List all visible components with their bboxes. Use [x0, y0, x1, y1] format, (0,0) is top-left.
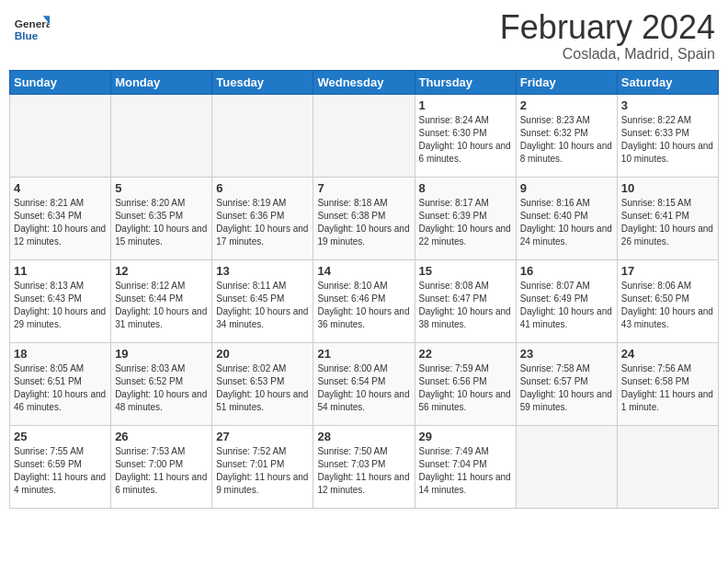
day-info: Sunrise: 8:11 AM Sunset: 6:45 PM Dayligh… [216, 280, 309, 331]
calendar-cell: 21Sunrise: 8:00 AM Sunset: 6:54 PM Dayli… [313, 342, 415, 425]
day-info: Sunrise: 8:24 AM Sunset: 6:30 PM Dayligh… [419, 114, 512, 166]
weekday-header-tuesday: Tuesday [212, 70, 313, 94]
calendar-table: SundayMondayTuesdayWednesdayThursdayFrid… [9, 70, 719, 509]
day-info: Sunrise: 7:55 AM Sunset: 6:59 PM Dayligh… [14, 445, 107, 497]
calendar-cell: 20Sunrise: 8:02 AM Sunset: 6:53 PM Dayli… [212, 342, 313, 425]
calendar-week-row: 25Sunrise: 7:55 AM Sunset: 6:59 PM Dayli… [10, 425, 719, 508]
day-info: Sunrise: 8:15 AM Sunset: 6:41 PM Dayligh… [621, 197, 714, 248]
day-info: Sunrise: 8:21 AM Sunset: 6:34 PM Dayligh… [14, 197, 107, 248]
day-number: 5 [115, 181, 208, 195]
weekday-header-sunday: Sunday [10, 70, 111, 94]
day-info: Sunrise: 8:13 AM Sunset: 6:43 PM Dayligh… [14, 280, 107, 331]
day-info: Sunrise: 8:06 AM Sunset: 6:50 PM Dayligh… [621, 280, 714, 331]
day-number: 6 [216, 181, 309, 195]
day-number: 27 [216, 430, 309, 443]
day-number: 3 [621, 98, 714, 112]
weekday-header-row: SundayMondayTuesdayWednesdayThursdayFrid… [10, 70, 719, 94]
day-info: Sunrise: 7:49 AM Sunset: 7:04 PM Dayligh… [419, 445, 512, 497]
day-number: 24 [621, 347, 714, 361]
day-number: 21 [317, 347, 410, 361]
day-number: 18 [14, 347, 107, 361]
day-number: 14 [317, 264, 410, 278]
calendar-cell [617, 425, 718, 508]
calendar-cell: 4Sunrise: 8:21 AM Sunset: 6:34 PM Daylig… [10, 177, 111, 259]
calendar-week-row: 18Sunrise: 8:05 AM Sunset: 6:51 PM Dayli… [10, 342, 719, 425]
day-info: Sunrise: 8:12 AM Sunset: 6:44 PM Dayligh… [115, 280, 208, 331]
day-info: Sunrise: 8:23 AM Sunset: 6:32 PM Dayligh… [520, 114, 613, 166]
calendar-cell: 19Sunrise: 8:03 AM Sunset: 6:52 PM Dayli… [111, 342, 212, 425]
day-info: Sunrise: 8:18 AM Sunset: 6:38 PM Dayligh… [317, 197, 410, 248]
day-info: Sunrise: 8:22 AM Sunset: 6:33 PM Dayligh… [621, 114, 714, 166]
day-number: 9 [520, 181, 613, 195]
weekday-header-wednesday: Wednesday [313, 70, 415, 94]
day-info: Sunrise: 7:58 AM Sunset: 6:57 PM Dayligh… [520, 362, 613, 414]
day-number: 26 [115, 430, 208, 443]
calendar-cell: 2Sunrise: 8:23 AM Sunset: 6:32 PM Daylig… [516, 94, 617, 177]
weekday-header-thursday: Thursday [415, 70, 516, 94]
day-number: 10 [621, 181, 714, 195]
weekday-header-saturday: Saturday [617, 70, 718, 94]
calendar-cell: 28Sunrise: 7:50 AM Sunset: 7:03 PM Dayli… [313, 425, 415, 508]
day-info: Sunrise: 8:07 AM Sunset: 6:49 PM Dayligh… [520, 280, 613, 331]
day-number: 22 [419, 347, 512, 361]
calendar-cell: 7Sunrise: 8:18 AM Sunset: 6:38 PM Daylig… [313, 177, 415, 259]
day-number: 8 [419, 181, 512, 195]
logo: General Blue [13, 9, 51, 46]
day-number: 15 [419, 264, 512, 278]
calendar-cell: 8Sunrise: 8:17 AM Sunset: 6:39 PM Daylig… [415, 177, 516, 259]
location-title: Coslada, Madrid, Spain [500, 46, 715, 63]
calendar-week-row: 1Sunrise: 8:24 AM Sunset: 6:30 PM Daylig… [10, 94, 719, 177]
calendar-cell: 12Sunrise: 8:12 AM Sunset: 6:44 PM Dayli… [111, 259, 212, 342]
day-number: 12 [115, 264, 208, 278]
calendar-cell: 24Sunrise: 7:56 AM Sunset: 6:58 PM Dayli… [617, 342, 718, 425]
calendar-cell: 23Sunrise: 7:58 AM Sunset: 6:57 PM Dayli… [516, 342, 617, 425]
calendar-cell: 11Sunrise: 8:13 AM Sunset: 6:43 PM Dayli… [10, 259, 111, 342]
day-number: 23 [520, 347, 613, 361]
calendar-cell [313, 94, 415, 177]
calendar-cell: 26Sunrise: 7:53 AM Sunset: 7:00 PM Dayli… [111, 425, 212, 508]
calendar-cell: 6Sunrise: 8:19 AM Sunset: 6:36 PM Daylig… [212, 177, 313, 259]
day-info: Sunrise: 8:17 AM Sunset: 6:39 PM Dayligh… [419, 197, 512, 248]
day-info: Sunrise: 8:05 AM Sunset: 6:51 PM Dayligh… [14, 362, 107, 414]
svg-text:Blue: Blue [15, 29, 39, 42]
day-number: 28 [317, 430, 410, 443]
day-info: Sunrise: 7:50 AM Sunset: 7:03 PM Dayligh… [317, 445, 410, 497]
calendar-cell [212, 94, 313, 177]
day-number: 13 [216, 264, 309, 278]
calendar-cell [111, 94, 212, 177]
calendar-cell: 3Sunrise: 8:22 AM Sunset: 6:33 PM Daylig… [617, 94, 718, 177]
day-info: Sunrise: 8:02 AM Sunset: 6:53 PM Dayligh… [216, 362, 309, 414]
day-number: 29 [419, 430, 512, 443]
weekday-header-monday: Monday [111, 70, 212, 94]
day-info: Sunrise: 8:03 AM Sunset: 6:52 PM Dayligh… [115, 362, 208, 414]
calendar-cell: 22Sunrise: 7:59 AM Sunset: 6:56 PM Dayli… [415, 342, 516, 425]
day-info: Sunrise: 8:08 AM Sunset: 6:47 PM Dayligh… [419, 280, 512, 331]
calendar-cell: 16Sunrise: 8:07 AM Sunset: 6:49 PM Dayli… [516, 259, 617, 342]
calendar-cell: 13Sunrise: 8:11 AM Sunset: 6:45 PM Dayli… [212, 259, 313, 342]
calendar-cell [10, 94, 111, 177]
month-title: February 2024 [500, 9, 715, 46]
calendar-week-row: 4Sunrise: 8:21 AM Sunset: 6:34 PM Daylig… [10, 177, 719, 259]
calendar-cell: 5Sunrise: 8:20 AM Sunset: 6:35 PM Daylig… [111, 177, 212, 259]
day-info: Sunrise: 7:56 AM Sunset: 6:58 PM Dayligh… [621, 362, 714, 414]
calendar-cell: 14Sunrise: 8:10 AM Sunset: 6:46 PM Dayli… [313, 259, 415, 342]
day-number: 1 [419, 98, 512, 112]
calendar-week-row: 11Sunrise: 8:13 AM Sunset: 6:43 PM Dayli… [10, 259, 719, 342]
calendar-cell: 9Sunrise: 8:16 AM Sunset: 6:40 PM Daylig… [516, 177, 617, 259]
calendar-cell [516, 425, 617, 508]
calendar-cell: 17Sunrise: 8:06 AM Sunset: 6:50 PM Dayli… [617, 259, 718, 342]
calendar-cell: 18Sunrise: 8:05 AM Sunset: 6:51 PM Dayli… [10, 342, 111, 425]
title-block: February 2024 Coslada, Madrid, Spain [500, 9, 715, 63]
day-number: 11 [14, 264, 107, 278]
day-info: Sunrise: 8:10 AM Sunset: 6:46 PM Dayligh… [317, 280, 410, 331]
weekday-header-friday: Friday [516, 70, 617, 94]
day-info: Sunrise: 8:16 AM Sunset: 6:40 PM Dayligh… [520, 197, 613, 248]
day-number: 16 [520, 264, 613, 278]
calendar-cell: 25Sunrise: 7:55 AM Sunset: 6:59 PM Dayli… [10, 425, 111, 508]
day-info: Sunrise: 7:53 AM Sunset: 7:00 PM Dayligh… [115, 445, 208, 497]
day-info: Sunrise: 8:00 AM Sunset: 6:54 PM Dayligh… [317, 362, 410, 414]
day-number: 19 [115, 347, 208, 361]
calendar-cell: 27Sunrise: 7:52 AM Sunset: 7:01 PM Dayli… [212, 425, 313, 508]
calendar-cell: 1Sunrise: 8:24 AM Sunset: 6:30 PM Daylig… [415, 94, 516, 177]
day-number: 25 [14, 430, 107, 443]
